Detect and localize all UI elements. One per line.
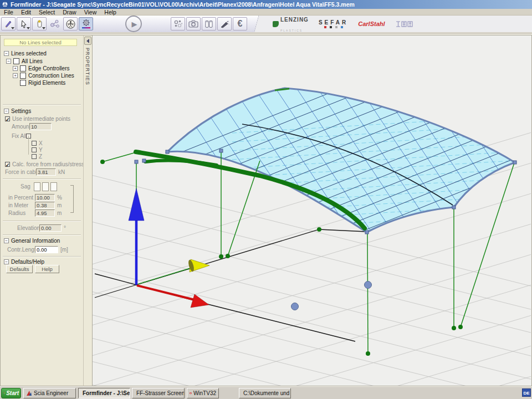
tree-construction-lines[interactable]: Construction Lines: [13, 72, 74, 79]
in-percent-row: in Percent %: [8, 194, 62, 201]
run-formfinding-button[interactable]: ▶: [125, 16, 142, 32]
sefar-logo: SEFAR: [319, 19, 348, 28]
general-information-header[interactable]: General Information: [4, 237, 60, 244]
formfinding-tool-button[interactable]: [48, 17, 62, 30]
defaults-button[interactable]: Defaults: [6, 265, 33, 273]
fix-x-checkbox[interactable]: [32, 141, 37, 146]
tree-rigid-elements[interactable]: Rigid Elements: [20, 79, 65, 86]
scene-svg: [93, 35, 531, 386]
menu-view[interactable]: View: [80, 9, 101, 16]
divider: [3, 221, 81, 222]
elevation-input[interactable]: [39, 224, 62, 232]
start-button[interactable]: Start: [1, 388, 21, 398]
menu-help[interactable]: Help: [100, 9, 120, 16]
euro-icon: €: [238, 19, 243, 29]
task-wintv32[interactable]: WinTV32: [187, 388, 219, 398]
select-tool-button[interactable]: [17, 17, 31, 30]
materials-button[interactable]: [202, 17, 216, 30]
main-toolbar: ▶: [0, 16, 532, 32]
draw-tool-button[interactable]: [1, 17, 16, 30]
sag-bracket: [70, 185, 74, 213]
taskbar: Start Scia Engineer Formfinder - J:\Seag…: [0, 386, 532, 399]
viewport-3d[interactable]: [93, 35, 532, 386]
collapse-icon[interactable]: [4, 238, 9, 243]
generate-tool-button[interactable]: [171, 17, 185, 30]
settings-header[interactable]: Settings: [4, 108, 31, 115]
use-intermediate-checkbox[interactable]: [5, 116, 10, 121]
dropdown-arrow-icon[interactable]: [27, 27, 30, 29]
properties-panel: No Lines selected Lines selected All Lin…: [0, 35, 83, 386]
lenzing-logo: LENZING PLASTICS: [273, 14, 309, 34]
windows-flag-icon: [3, 390, 5, 396]
analysis-tool-button[interactable]: [63, 17, 78, 30]
menu-select[interactable]: Select: [35, 9, 59, 16]
play-icon: ▶: [132, 20, 137, 28]
dropdown-arrow-icon[interactable]: [42, 27, 45, 29]
formfinder-window: Formfinder - J:\Seagate Sync\SyncRecycle…: [0, 0, 532, 399]
force-in-cable-row: Force in cable kN: [5, 168, 65, 176]
menu-edit[interactable]: Edit: [17, 9, 35, 16]
properties-tab-label[interactable]: PROPERTIES: [85, 48, 90, 85]
calc-force-row: Calc. force from radius/stress: [5, 161, 84, 168]
force-in-cable-input[interactable]: [36, 168, 56, 176]
sag-meter-input[interactable]: [35, 202, 55, 209]
collapse-icon[interactable]: [6, 59, 11, 64]
elevation-row: Elevation °: [17, 224, 66, 232]
partner-logos-strip: LENZING PLASTICS SEFAR CarlStahl: [263, 16, 532, 32]
edge-controllers-checkbox[interactable]: [20, 65, 26, 71]
divider: [3, 178, 81, 180]
lenzing-text: LENZING: [280, 17, 309, 23]
tree-all-lines[interactable]: All Lines: [6, 58, 43, 65]
all-lines-checkbox[interactable]: [13, 58, 19, 64]
properties-tab-strip: PROPERTIES: [83, 35, 93, 386]
rigid-elements-checkbox[interactable]: [20, 80, 26, 86]
task-ff-strasser[interactable]: FF-Strasser Screenshot -...: [132, 388, 185, 398]
menu-file[interactable]: File: [0, 9, 17, 16]
amount-input[interactable]: [29, 123, 52, 130]
collapse-icon[interactable]: [4, 259, 9, 264]
main-area: No Lines selected Lines selected All Lin…: [0, 34, 532, 386]
help-button[interactable]: Help: [35, 265, 59, 273]
contr-length-input[interactable]: [35, 246, 58, 253]
toolbar-right-group: €: [170, 17, 247, 30]
task-scia-engineer[interactable]: Scia Engineer: [23, 388, 76, 398]
app-icon: [2, 1, 8, 8]
annotation-pen-button[interactable]: [217, 17, 232, 30]
sefar-text: SEFAR: [319, 19, 348, 25]
gears-cluster-icon: [173, 19, 183, 28]
contr-length-row: Contr.Length [m]: [7, 246, 68, 253]
sag-option-button[interactable]: [50, 182, 57, 191]
title-bar[interactable]: Formfinder - J:\Seagate Sync\SyncRecycle…: [0, 0, 532, 9]
sag-option-button[interactable]: [34, 182, 40, 191]
settings-tool-button[interactable]: [79, 17, 93, 30]
collapse-panel-button[interactable]: [84, 37, 91, 45]
viewport-background: [93, 35, 531, 386]
wintv-icon: [190, 390, 192, 396]
radius-input[interactable]: [35, 209, 55, 217]
carlstahl-logo: CarlStahl: [358, 21, 385, 27]
sag-row: Sag: [21, 183, 59, 190]
task-formfinder[interactable]: Formfinder - J:\Seaga...: [78, 388, 130, 398]
tree-edge-controllers[interactable]: Edge Controllers: [13, 65, 69, 72]
fix-y-checkbox[interactable]: [32, 147, 37, 152]
cost-button[interactable]: €: [233, 17, 247, 30]
language-indicator[interactable]: DE: [522, 388, 531, 397]
expand-icon[interactable]: [13, 73, 18, 78]
menu-draw[interactable]: Draw: [59, 9, 80, 16]
collapse-icon[interactable]: [4, 51, 9, 56]
create-tool-button[interactable]: [32, 17, 47, 30]
calc-force-checkbox[interactable]: [5, 162, 10, 167]
lenzing-mark-icon: [273, 21, 279, 27]
screenshot-button[interactable]: [186, 17, 201, 30]
construction-lines-checkbox[interactable]: [20, 73, 26, 79]
expand-icon[interactable]: [13, 66, 18, 71]
sag-percent-input[interactable]: [35, 194, 55, 201]
dropdown-arrow-icon[interactable]: [11, 27, 14, 29]
sag-option-button[interactable]: [42, 182, 49, 191]
sefar-squares-icon: [319, 26, 348, 28]
collapse-icon[interactable]: [4, 109, 9, 114]
fix-z-checkbox[interactable]: [32, 154, 37, 159]
task-dokumente-folder[interactable]: C:\Dokumente und Einst...: [239, 388, 291, 398]
scia-icon: [26, 390, 32, 396]
tree-lines-selected[interactable]: Lines selected: [4, 50, 47, 57]
